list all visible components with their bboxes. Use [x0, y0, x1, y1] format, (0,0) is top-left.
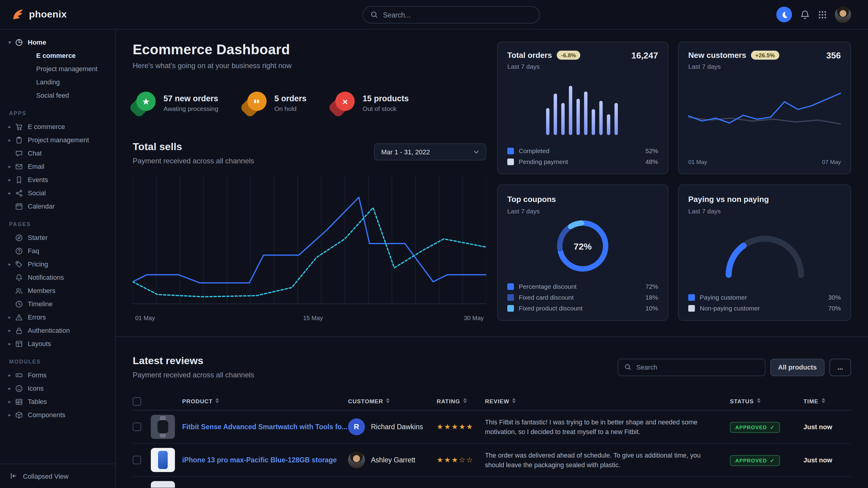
collapsed-view-toggle[interactable]: Collapsed View	[0, 464, 115, 488]
sidebar-item-e-commerce[interactable]: E commerce	[0, 49, 115, 62]
column-header-rating[interactable]: RATING	[437, 398, 485, 404]
product-link[interactable]: Fitbit Sense Advanced Smartwatch with To…	[182, 422, 348, 431]
stats-row: ★57 new ordersAwating processing▮▮5 orde…	[133, 92, 486, 115]
status-label: APPROVED	[735, 458, 767, 464]
sidebar-item-errors[interactable]: ▸Errors	[0, 311, 115, 324]
product-thumbnail[interactable]	[151, 481, 175, 488]
select-all-checkbox[interactable]	[133, 397, 141, 405]
total-orders-value: 16,247	[631, 51, 658, 60]
total-sells-x-labels: 01 May15 May30 May	[133, 315, 486, 324]
sidebar-item-label: Faq	[28, 247, 39, 254]
paying-legend: Paying customer30%Non-paying customer70%	[688, 294, 841, 312]
sidebar-item-members[interactable]: Members	[0, 284, 115, 297]
global-search-input[interactable]	[383, 11, 532, 19]
legend-label: Fixed card discount	[519, 294, 574, 301]
stat-value: 57 new orders	[163, 94, 218, 103]
product-link[interactable]: iPhone 13 pro max-Pacific Blue-128GB sto…	[182, 455, 348, 464]
sidebar-item-events[interactable]: ▸Events	[0, 173, 115, 186]
reviews-search-input[interactable]	[637, 363, 759, 371]
sidebar-item-landing[interactable]: Landing	[0, 75, 115, 89]
stat-label: Out of stock	[363, 105, 409, 112]
product-thumbnail[interactable]	[151, 448, 175, 472]
top-coupons-title: Top coupons	[507, 195, 556, 204]
stat-text: 15 productsOut of stock	[363, 94, 409, 112]
legend-value: 18%	[645, 294, 658, 301]
column-header-customer[interactable]: CUSTOMER	[348, 398, 437, 404]
column-header-status[interactable]: STATUS	[730, 398, 803, 404]
sidebar-item-social-feed[interactable]: Social feed	[0, 89, 115, 102]
legend-row-fixed-card-discount: Fixed card discount18%	[507, 294, 658, 301]
sidebar-item-chat[interactable]: Chat	[0, 147, 115, 160]
date-range-select[interactable]: Mar 1 - 31, 2022	[374, 143, 486, 160]
total-sells-title: Total sells	[133, 141, 254, 153]
new-customers-line-chart	[688, 85, 841, 141]
sidebar-item-project-management[interactable]: ▸Project management	[0, 133, 115, 147]
sidebar-item-email[interactable]: ▸Email	[0, 160, 115, 173]
total-orders-period: Last 7 days	[507, 63, 580, 70]
sidebar-item-timeline[interactable]: Timeline	[0, 297, 115, 311]
sidebar-section-label: MODULES	[0, 350, 115, 368]
sidebar-item-label: Calendar	[28, 202, 55, 210]
user-avatar[interactable]	[835, 6, 851, 23]
column-header-label: CUSTOMER	[348, 398, 383, 404]
row-checkbox[interactable]	[133, 423, 141, 431]
sidebar-item-e-commerce[interactable]: ▸E commerce	[0, 120, 115, 133]
sidebar-item-forms[interactable]: ▸Forms	[0, 368, 115, 382]
apps-grid-button[interactable]	[818, 10, 827, 19]
sort-icon	[513, 398, 517, 403]
notifications-button[interactable]	[800, 9, 810, 20]
grid-icon	[818, 10, 827, 19]
table-row[interactable]: iPhone 13 pro max-Pacific Blue-128GB sto…	[133, 444, 851, 477]
more-options-button[interactable]: ...	[829, 358, 851, 376]
total-orders-title: Total orders	[507, 51, 552, 60]
sidebar-item-project-management[interactable]: Project management	[0, 62, 115, 75]
customer-avatar[interactable]	[348, 452, 365, 468]
legend-swatch	[507, 158, 514, 165]
table-row[interactable]	[133, 477, 851, 488]
sidebar-item-starter[interactable]: Starter	[0, 231, 115, 244]
x-axis-label: 15 May	[303, 315, 323, 321]
stat-out-of-stock: ×15 productsOut of stock	[332, 92, 409, 115]
column-header-time[interactable]: TIME	[803, 398, 851, 404]
sidebar-item-authentication[interactable]: ▸Authentication	[0, 324, 115, 337]
sidebar-item-label: Pricing	[28, 260, 48, 268]
sort-icon	[757, 398, 761, 403]
reviews-table-header: PRODUCTCUSTOMERRATINGREVIEWSTATUSTIME	[133, 392, 851, 411]
review-text: This Fitbit is fantastic! I was trying t…	[485, 417, 730, 437]
main-content: Ecommerce Dashboard Here's what's going …	[116, 30, 868, 488]
customer-cell: RRichard Dawkins	[348, 418, 437, 435]
sidebar-item-label: Landing	[36, 78, 60, 86]
new-customers-value: 356	[826, 51, 841, 60]
chat-icon	[15, 149, 23, 157]
global-search[interactable]	[363, 6, 540, 24]
product-thumbnail[interactable]	[151, 415, 175, 439]
row-checkbox[interactable]	[133, 456, 141, 464]
reviews-search[interactable]	[618, 358, 766, 376]
all-products-button[interactable]: All products	[770, 358, 825, 376]
navbar-actions	[776, 6, 851, 23]
caret-right-icon: ▸	[8, 314, 15, 320]
legend-row-completed: Completed52%	[507, 147, 658, 154]
paying-period: Last 7 days	[688, 207, 769, 215]
table-row[interactable]: Fitbit Sense Advanced Smartwatch with To…	[133, 411, 851, 444]
product-thumb-cell	[151, 481, 182, 488]
sidebar-item-icons[interactable]: ▸Icons	[0, 382, 115, 395]
sidebar-item-components[interactable]: ▸Components	[0, 408, 115, 421]
top-coupons-legend: Percentage discount72%Fixed card discoun…	[507, 283, 658, 312]
sidebar-item-home[interactable]: ▾Home	[0, 36, 115, 49]
column-header-review[interactable]: REVIEW	[485, 398, 730, 404]
sidebar-item-faq[interactable]: Faq	[0, 244, 115, 257]
sidebar-item-social[interactable]: ▸Social	[0, 186, 115, 199]
calendar-icon	[15, 202, 23, 210]
sidebar-item-tables[interactable]: ▸Tables	[0, 395, 115, 408]
column-header-product[interactable]: PRODUCT	[182, 398, 348, 404]
customer-avatar[interactable]: R	[348, 418, 365, 435]
sidebar-item-pricing[interactable]: ▸Pricing	[0, 257, 115, 271]
legend-label: Paying customer	[700, 294, 747, 301]
clipboard-icon	[15, 136, 23, 144]
sidebar-item-layouts[interactable]: ▸Layouts	[0, 337, 115, 350]
sidebar-item-calendar[interactable]: Calendar	[0, 199, 115, 213]
brand[interactable]: phoenix	[11, 8, 67, 21]
sidebar-item-notifications[interactable]: Notifications	[0, 271, 115, 284]
theme-toggle-button[interactable]	[776, 7, 792, 22]
